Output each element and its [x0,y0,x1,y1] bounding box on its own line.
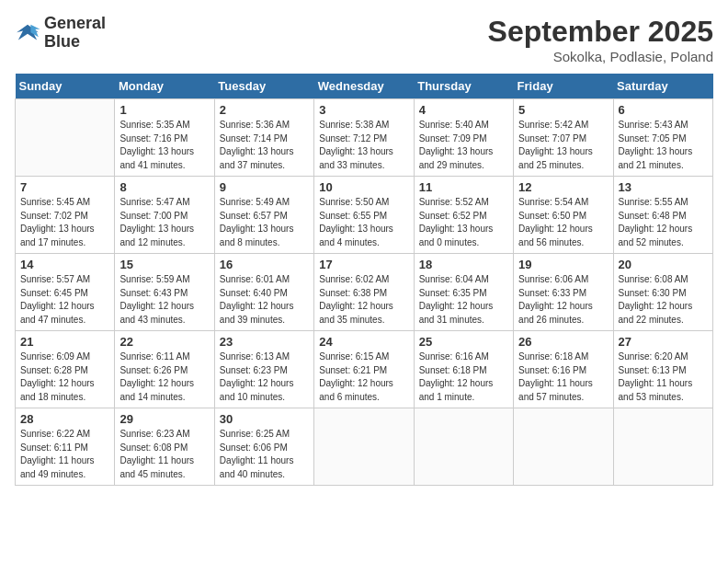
calendar-cell: 23Sunrise: 6:13 AMSunset: 6:23 PMDayligh… [214,331,313,408]
day-number: 30 [220,412,309,426]
calendar-cell: 13Sunrise: 5:55 AMSunset: 6:48 PMDayligh… [613,177,712,254]
calendar-cell: 5Sunrise: 5:42 AMSunset: 7:07 PMDaylight… [514,99,613,177]
header-day-thursday: Thursday [414,74,513,99]
calendar-cell: 19Sunrise: 6:06 AMSunset: 6:33 PMDayligh… [514,254,613,331]
day-number: 28 [20,412,109,426]
month-title: September 2025 [488,15,713,49]
day-info: Sunrise: 5:59 AMSunset: 6:43 PMDaylight:… [119,273,209,327]
day-number: 4 [419,103,508,117]
calendar-cell [414,408,513,486]
day-number: 7 [20,180,109,194]
day-info: Sunrise: 6:22 AMSunset: 6:11 PMDaylight:… [20,428,109,481]
day-info: Sunrise: 6:02 AMSunset: 6:38 PMDaylight:… [319,273,408,327]
header-day-tuesday: Tuesday [214,74,313,99]
calendar-cell [613,408,712,486]
day-number: 8 [119,180,209,194]
day-info: Sunrise: 6:11 AMSunset: 6:26 PMDaylight:… [119,350,209,404]
calendar-cell: 24Sunrise: 6:15 AMSunset: 6:21 PMDayligh… [314,331,414,408]
calendar-cell: 16Sunrise: 6:01 AMSunset: 6:40 PMDayligh… [214,254,313,331]
day-info: Sunrise: 5:36 AMSunset: 7:14 PMDaylight:… [220,119,309,172]
week-row-5: 28Sunrise: 6:22 AMSunset: 6:11 PMDayligh… [16,408,713,486]
day-number: 3 [319,103,408,117]
day-info: Sunrise: 5:47 AMSunset: 7:00 PMDaylight:… [119,196,209,249]
calendar-cell: 27Sunrise: 6:20 AMSunset: 6:13 PMDayligh… [613,331,712,408]
day-info: Sunrise: 5:35 AMSunset: 7:16 PMDaylight:… [119,119,209,172]
day-info: Sunrise: 5:45 AMSunset: 7:02 PMDaylight:… [20,196,109,249]
day-info: Sunrise: 6:18 AMSunset: 6:16 PMDaylight:… [518,350,608,404]
calendar-cell: 1Sunrise: 5:35 AMSunset: 7:16 PMDaylight… [115,99,214,177]
calendar-cell: 10Sunrise: 5:50 AMSunset: 6:55 PMDayligh… [314,177,414,254]
week-row-2: 7Sunrise: 5:45 AMSunset: 7:02 PMDaylight… [16,177,713,254]
week-row-3: 14Sunrise: 5:57 AMSunset: 6:45 PMDayligh… [16,254,713,331]
day-number: 27 [619,335,708,349]
calendar-cell: 3Sunrise: 5:38 AMSunset: 7:12 PMDaylight… [314,99,414,177]
day-number: 10 [319,180,408,194]
day-info: Sunrise: 5:54 AMSunset: 6:50 PMDaylight:… [518,196,608,249]
calendar-cell: 22Sunrise: 6:11 AMSunset: 6:26 PMDayligh… [115,331,214,408]
calendar-cell: 2Sunrise: 5:36 AMSunset: 7:14 PMDaylight… [214,99,313,177]
day-info: Sunrise: 6:09 AMSunset: 6:28 PMDaylight:… [20,350,109,404]
calendar-cell [314,408,414,486]
calendar-cell: 26Sunrise: 6:18 AMSunset: 6:16 PMDayligh… [514,331,613,408]
day-info: Sunrise: 6:08 AMSunset: 6:30 PMDaylight:… [619,273,708,327]
title-block: September 2025 Sokolka, Podlasie, Poland [488,15,713,64]
calendar-cell: 14Sunrise: 5:57 AMSunset: 6:45 PMDayligh… [16,254,115,331]
logo: General Blue [15,15,106,52]
location: Sokolka, Podlasie, Poland [488,49,713,64]
day-number: 11 [419,180,508,194]
day-number: 18 [419,258,508,271]
calendar-cell: 15Sunrise: 5:59 AMSunset: 6:43 PMDayligh… [115,254,214,331]
calendar-cell: 6Sunrise: 5:43 AMSunset: 7:05 PMDaylight… [613,99,712,177]
day-number: 15 [119,258,209,271]
logo-text: General Blue [44,15,106,52]
day-number: 13 [619,180,708,194]
calendar-cell: 9Sunrise: 5:49 AMSunset: 6:57 PMDaylight… [214,177,313,254]
header-day-saturday: Saturday [613,74,712,99]
day-info: Sunrise: 6:13 AMSunset: 6:23 PMDaylight:… [220,350,309,404]
day-info: Sunrise: 5:52 AMSunset: 6:52 PMDaylight:… [419,196,508,249]
day-info: Sunrise: 6:04 AMSunset: 6:35 PMDaylight:… [419,273,508,327]
calendar-cell: 8Sunrise: 5:47 AMSunset: 7:00 PMDaylight… [115,177,214,254]
day-number: 24 [319,335,408,349]
day-number: 14 [20,258,109,271]
header-day-monday: Monday [115,74,214,99]
week-row-4: 21Sunrise: 6:09 AMSunset: 6:28 PMDayligh… [16,331,713,408]
calendar-cell: 25Sunrise: 6:16 AMSunset: 6:18 PMDayligh… [414,331,513,408]
calendar-cell: 29Sunrise: 6:23 AMSunset: 6:08 PMDayligh… [115,408,214,486]
day-info: Sunrise: 5:55 AMSunset: 6:48 PMDaylight:… [619,196,708,249]
day-number: 5 [518,103,608,117]
day-number: 6 [619,103,708,117]
calendar-cell: 11Sunrise: 5:52 AMSunset: 6:52 PMDayligh… [414,177,513,254]
day-info: Sunrise: 6:01 AMSunset: 6:40 PMDaylight:… [220,273,309,327]
calendar-cell [16,99,115,177]
page-header: General Blue September 2025 Sokolka, Pod… [15,15,713,64]
week-row-1: 1Sunrise: 5:35 AMSunset: 7:16 PMDaylight… [16,99,713,177]
day-info: Sunrise: 5:49 AMSunset: 6:57 PMDaylight:… [220,196,309,249]
day-info: Sunrise: 5:38 AMSunset: 7:12 PMDaylight:… [319,119,408,172]
calendar-cell: 17Sunrise: 6:02 AMSunset: 6:38 PMDayligh… [314,254,414,331]
day-number: 26 [518,335,608,349]
day-number: 1 [119,103,209,117]
calendar-cell: 4Sunrise: 5:40 AMSunset: 7:09 PMDaylight… [414,99,513,177]
day-info: Sunrise: 5:40 AMSunset: 7:09 PMDaylight:… [419,119,508,172]
day-info: Sunrise: 5:50 AMSunset: 6:55 PMDaylight:… [319,196,408,249]
calendar-cell: 7Sunrise: 5:45 AMSunset: 7:02 PMDaylight… [16,177,115,254]
day-number: 23 [220,335,309,349]
day-info: Sunrise: 5:42 AMSunset: 7:07 PMDaylight:… [518,119,608,172]
calendar-cell: 30Sunrise: 6:25 AMSunset: 6:06 PMDayligh… [214,408,313,486]
day-info: Sunrise: 6:06 AMSunset: 6:33 PMDaylight:… [518,273,608,327]
day-number: 9 [220,180,309,194]
calendar-cell: 12Sunrise: 5:54 AMSunset: 6:50 PMDayligh… [514,177,613,254]
calendar-cell: 21Sunrise: 6:09 AMSunset: 6:28 PMDayligh… [16,331,115,408]
calendar-cell: 28Sunrise: 6:22 AMSunset: 6:11 PMDayligh… [16,408,115,486]
header-day-friday: Friday [514,74,613,99]
day-number: 29 [119,412,209,426]
day-number: 25 [419,335,508,349]
day-info: Sunrise: 6:25 AMSunset: 6:06 PMDaylight:… [220,428,309,481]
header-day-sunday: Sunday [16,74,115,99]
header-day-wednesday: Wednesday [314,74,414,99]
day-info: Sunrise: 6:16 AMSunset: 6:18 PMDaylight:… [419,350,508,404]
calendar-cell [514,408,613,486]
calendar-table: SundayMondayTuesdayWednesdayThursdayFrid… [15,74,713,486]
day-info: Sunrise: 6:20 AMSunset: 6:13 PMDaylight:… [619,350,708,404]
